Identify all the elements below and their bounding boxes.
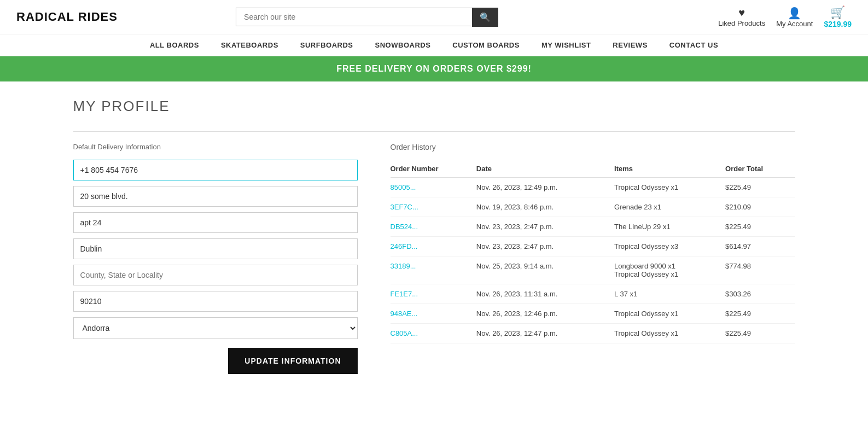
header: RADICAL RIDES 🔍 ♥ Liked Products 👤 My Ac… (0, 0, 868, 34)
heart-icon: ♥ (738, 7, 745, 19)
order-date: Nov. 23, 2023, 2:47 p.m. (476, 237, 614, 256)
delivery-section-label: Default Delivery Information (73, 143, 358, 151)
liked-products-label: Liked Products (718, 19, 765, 27)
order-number-link[interactable]: 33189... (391, 262, 416, 270)
liked-products[interactable]: ♥ Liked Products (718, 7, 765, 27)
account-icon: 👤 (788, 7, 801, 20)
nav-my-wishlist[interactable]: MY WISHLIST (541, 41, 591, 49)
order-items: The LineUp 29 x1 (614, 217, 725, 237)
update-information-button[interactable]: UPDATE INFORMATION (228, 348, 357, 374)
my-account-label: My Account (776, 20, 813, 28)
nav-contact-us[interactable]: CONTACT US (669, 41, 718, 49)
order-date: Nov. 26, 2023, 12:49 p.m. (476, 178, 614, 197)
col-order-number: Order Number (391, 160, 476, 178)
navigation: ALL BOARDS SKATEBOARDS SURFBOARDS SNOWBO… (0, 34, 868, 56)
order-items: Longboard 9000 x1 Tropical Odyssey x1 (614, 256, 725, 284)
order-date: Nov. 25, 2023, 9:14 a.m. (476, 256, 614, 284)
order-date: Nov. 26, 2023, 11:31 a.m. (476, 284, 614, 304)
order-date: Nov. 19, 2023, 8:46 p.m. (476, 197, 614, 217)
order-items: Tropical Odyssey x1 (614, 324, 725, 343)
address2-field[interactable] (73, 212, 358, 233)
nav-all-boards[interactable]: ALL BOARDS (150, 41, 199, 49)
my-account[interactable]: 👤 My Account (776, 7, 813, 28)
table-row: DB524...Nov. 23, 2023, 2:47 p.m.The Line… (391, 217, 795, 237)
order-items: Tropical Odyssey x1 (614, 304, 725, 324)
order-section: Order History Order Number Date Items Or… (391, 143, 795, 374)
order-number-link[interactable]: 3EF7C... (391, 203, 418, 211)
order-total: $614.97 (725, 237, 795, 256)
order-history-label: Order History (391, 143, 795, 151)
order-table: Order Number Date Items Order Total 8500… (391, 160, 795, 343)
nav-surfboards[interactable]: SURFBOARDS (300, 41, 353, 49)
order-total: $225.49 (725, 304, 795, 324)
table-row: C805A...Nov. 26, 2023, 12:47 p.m.Tropica… (391, 324, 795, 343)
order-total: $225.49 (725, 324, 795, 343)
order-number-link[interactable]: 948AE... (391, 310, 418, 318)
state-field[interactable] (73, 265, 358, 285)
order-date: Nov. 23, 2023, 2:47 p.m. (476, 217, 614, 237)
profile-layout: Default Delivery Information Andorra Uni… (73, 131, 795, 374)
order-total: $225.49 (725, 178, 795, 197)
nav-custom-boards[interactable]: CUSTOM BOARDS (452, 41, 520, 49)
order-date: Nov. 26, 2023, 12:46 p.m. (476, 304, 614, 324)
search-bar: 🔍 (236, 8, 498, 27)
page-content: MY PROFILE Default Delivery Information … (51, 81, 817, 390)
order-number-link[interactable]: FE1E7... (391, 290, 418, 298)
order-number-link[interactable]: C805A... (391, 329, 418, 337)
table-row: FE1E7...Nov. 26, 2023, 11:31 a.m.L 37 x1… (391, 284, 795, 304)
cart-amount: $219.99 (824, 20, 852, 28)
order-total: $210.09 (725, 197, 795, 217)
delivery-section: Default Delivery Information Andorra Uni… (73, 143, 358, 374)
banner-text: FREE DELIVERY ON ORDERS OVER $299! (336, 64, 532, 73)
page-title: MY PROFILE (73, 98, 795, 115)
col-items: Items (614, 160, 725, 178)
order-number-link[interactable]: DB524... (391, 223, 418, 231)
table-row: 246FD...Nov. 23, 2023, 2:47 p.m.Tropical… (391, 237, 795, 256)
search-button[interactable]: 🔍 (472, 8, 498, 27)
order-items: Grenade 23 x1 (614, 197, 725, 217)
nav-skateboards[interactable]: SKATEBOARDS (221, 41, 278, 49)
logo: RADICAL RIDES (16, 10, 126, 24)
nav-snowboards[interactable]: SNOWBOARDS (375, 41, 431, 49)
table-row: 33189...Nov. 25, 2023, 9:14 a.m.Longboar… (391, 256, 795, 284)
order-items: L 37 x1 (614, 284, 725, 304)
order-items: Tropical Odyssey x1 (614, 178, 725, 197)
phone-field[interactable] (73, 160, 358, 180)
country-select[interactable]: Andorra United States United Kingdom Ire… (73, 317, 358, 339)
nav-reviews[interactable]: REVIEWS (613, 41, 647, 49)
promo-banner: FREE DELIVERY ON ORDERS OVER $299! (0, 56, 868, 81)
order-number-link[interactable]: 246FD... (391, 242, 418, 250)
table-row: 3EF7C...Nov. 19, 2023, 8:46 p.m.Grenade … (391, 197, 795, 217)
table-header-row: Order Number Date Items Order Total (391, 160, 795, 178)
col-order-total: Order Total (725, 160, 795, 178)
order-total: $225.49 (725, 217, 795, 237)
search-input[interactable] (236, 8, 472, 26)
col-date: Date (476, 160, 614, 178)
cart-icon: 🛒 (830, 5, 845, 20)
cart[interactable]: 🛒 $219.99 (824, 5, 852, 28)
zip-field[interactable] (73, 291, 358, 312)
order-total: $303.26 (725, 284, 795, 304)
table-row: 948AE...Nov. 26, 2023, 12:46 p.m.Tropica… (391, 304, 795, 324)
order-date: Nov. 26, 2023, 12:47 p.m. (476, 324, 614, 343)
header-right: ♥ Liked Products 👤 My Account 🛒 $219.99 (718, 5, 852, 28)
order-items: Tropical Odyssey x3 (614, 237, 725, 256)
order-total: $774.98 (725, 256, 795, 284)
order-number-link[interactable]: 85005... (391, 183, 416, 191)
address1-field[interactable] (73, 186, 358, 207)
city-field[interactable] (73, 238, 358, 259)
table-row: 85005...Nov. 26, 2023, 12:49 p.m.Tropica… (391, 178, 795, 197)
